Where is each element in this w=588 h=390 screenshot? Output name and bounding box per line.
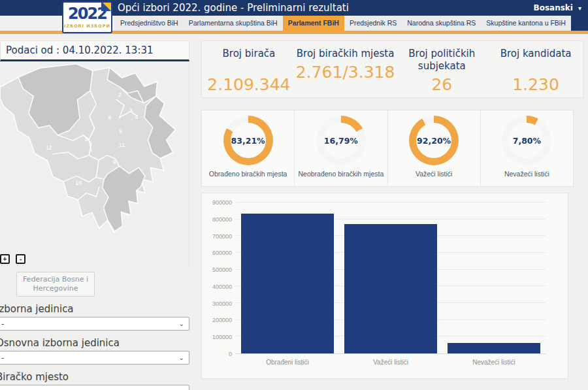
y-axis: 0100000200000300000400000500000600000700… bbox=[202, 203, 232, 354]
donut-chart: 83,21% bbox=[223, 116, 273, 165]
map-region-southeast[interactable] bbox=[103, 166, 145, 231]
summary-stats-panel: Broj birača 2.109.344 Broj biračkih mjes… bbox=[201, 41, 583, 98]
stat-broj-birackih-mjesta: Broj biračkih mjesta 2.761/3.318 bbox=[296, 41, 395, 97]
tab-parlamentarna-skupstina-bih[interactable]: Parlamentarna skupština BiH bbox=[184, 16, 283, 31]
map-zoom-in-button[interactable]: + bbox=[0, 254, 10, 264]
bosnia-map[interactable]: 2 3 4 5 6 8 9 10 11 12 bbox=[0, 63, 189, 259]
gauge-obradeno-birackih-mjesta: 83,21% Obrađeno biračkih mjesta bbox=[202, 110, 294, 186]
page-title: Opći izbori 2022. godine - Preliminarni … bbox=[118, 0, 349, 16]
language-selector[interactable]: Bosanski▾ bbox=[534, 0, 581, 16]
svg-text:5: 5 bbox=[119, 128, 122, 135]
bar-nevazeci-listici[interactable] bbox=[448, 343, 540, 353]
svg-text:2: 2 bbox=[118, 91, 122, 98]
chevron-down-icon: ⌄ bbox=[179, 354, 184, 361]
tab-predsjednistvo-bih[interactable]: Predsjedništvo BiH bbox=[115, 16, 184, 31]
svg-text:4: 4 bbox=[135, 114, 138, 120]
svg-text:9: 9 bbox=[113, 159, 116, 165]
ballots-bar-chart: 0100000200000300000400000500000600000700… bbox=[201, 193, 568, 379]
nav-filler bbox=[571, 16, 588, 31]
svg-text:12: 12 bbox=[46, 144, 52, 151]
bih-flag-icon bbox=[101, 3, 111, 11]
bar-obradeni-listici[interactable] bbox=[241, 214, 334, 353]
tab-parlament-fbih[interactable]: Parlament FBiH bbox=[283, 16, 344, 31]
logo-caption: IZBORI ИЗБОРИ bbox=[63, 24, 111, 29]
bar-vazeci-listici[interactable] bbox=[344, 224, 437, 353]
svg-text:6: 6 bbox=[108, 114, 111, 121]
nav-tabs: Predsjedništvo BiH Parlamentarna skupšti… bbox=[115, 16, 571, 31]
osnovna-izborna-jedinica-label: Osnovna izborna jedinica bbox=[0, 337, 120, 349]
gauge-nevazeci-listici: 7,80% Nevažeći listići bbox=[480, 110, 573, 186]
gauges-panel: 83,21% Obrađeno biračkih mjesta 16,79% N… bbox=[201, 110, 574, 187]
stat-broj-politickih-subjekata: Broj političkih subjekata 26 bbox=[395, 41, 489, 97]
tab-predsjednik-rs[interactable]: Predsjednik RS bbox=[344, 16, 402, 31]
chevron-down-icon: ▾ bbox=[578, 5, 581, 12]
federation-button[interactable]: Federacija Bosne i Hercegovine bbox=[16, 272, 95, 297]
chevron-down-icon: ⌄ bbox=[179, 320, 184, 327]
plot-area bbox=[236, 203, 546, 354]
biracko-mjesto-select[interactable]: - ⌄ bbox=[0, 385, 189, 390]
x-axis-labels: Obrađeni listići Važeći listići Nevažeći… bbox=[236, 359, 546, 366]
bar-slots bbox=[236, 203, 546, 353]
map-zoom-controls: + - bbox=[0, 252, 28, 264]
sidebar: Podaci od : 04.10.2022. 13:31 2 bbox=[0, 34, 189, 390]
main-content: Broj birača 2.109.344 Broj biračkih mjes… bbox=[196, 34, 588, 379]
svg-text:11: 11 bbox=[119, 142, 125, 148]
svg-text:8: 8 bbox=[85, 136, 88, 142]
gauge-vazeci-listici: 92,20% Važeći listići bbox=[387, 110, 480, 186]
stat-broj-biraca: Broj birača 2.109.344 bbox=[202, 41, 296, 97]
svg-text:10: 10 bbox=[76, 180, 82, 186]
donut-chart: 92,20% bbox=[409, 116, 459, 165]
gauge-neobradeno-birackih-mjesta: 16,79% Neobrađeno biračkih mjesta bbox=[294, 110, 387, 186]
data-timestamp: Podaci od : 04.10.2022. 13:31 bbox=[0, 41, 189, 61]
osnovna-izborna-jedinica-select[interactable]: - ⌄ bbox=[0, 351, 189, 365]
izborna-jedinica-select[interactable]: - ⌄ bbox=[0, 317, 189, 331]
app-logo[interactable]: 2022 IZBORI ИЗБОРИ bbox=[62, 1, 112, 33]
tab-skupstine-kantona-u-fbih[interactable]: Skupštine kantona u FBiH bbox=[481, 16, 570, 31]
stat-broj-kandidata: Broj kandidata 1.230 bbox=[489, 41, 583, 97]
biracko-mjesto-label: Biračko mjesto bbox=[0, 371, 69, 383]
izborna-jedinica-label: Izborna jedinica bbox=[0, 303, 74, 315]
map-panel[interactable]: 2 3 4 5 6 8 9 10 11 12 + - bbox=[0, 63, 189, 267]
svg-text:3: 3 bbox=[129, 107, 133, 114]
map-zoom-out-button[interactable]: - bbox=[16, 254, 25, 264]
donut-chart: 16,79% bbox=[316, 116, 366, 165]
tab-narodna-skupstina-rs[interactable]: Narodna skupština RS bbox=[402, 16, 481, 31]
donut-chart: 7,80% bbox=[502, 116, 551, 165]
language-label: Bosanski bbox=[534, 3, 573, 12]
